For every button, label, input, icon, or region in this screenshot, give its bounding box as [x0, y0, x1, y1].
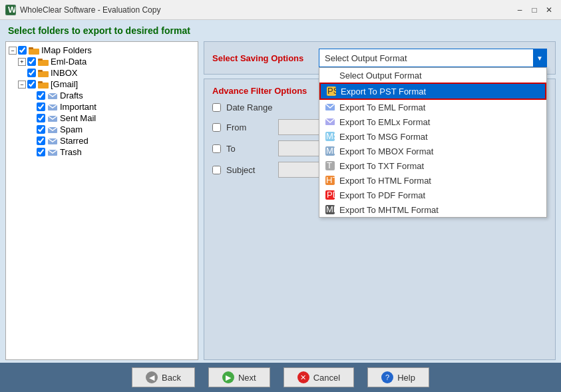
folder-icon-important — [47, 103, 58, 111]
cancel-icon: ✕ — [297, 371, 309, 383]
dropdown-item-msg[interactable]: MSG Export To MSG Format — [319, 129, 546, 144]
tree-label-imap: IMap Folders — [41, 45, 92, 55]
saving-options-row: Select Saving Options Select Output Form… — [212, 49, 547, 67]
svg-rect-3 — [29, 47, 33, 49]
svg-text:MBOX: MBOX — [326, 146, 335, 156]
format-select-button[interactable]: Select Output Format ▼ — [319, 49, 547, 67]
expander-gmail[interactable]: − — [18, 81, 26, 89]
tree-label-inbox: INBOX — [51, 68, 77, 78]
dropdown-label-txt: Export To TXT Format — [339, 161, 424, 171]
item-icon-mhtml: MHT — [325, 204, 335, 215]
titlebar: W WholeClear Software - Evaluation Copy … — [0, 0, 561, 20]
svg-text:PST: PST — [327, 87, 336, 96]
item-icon-eml — [325, 102, 335, 112]
dropdown-item-eml[interactable]: Export To EML Format — [319, 100, 546, 114]
checkbox-gmail[interactable] — [27, 80, 36, 89]
dropdown-item-html[interactable]: HTML Export To HTML Format — [319, 173, 546, 188]
dropdown-item-pdf[interactable]: PDF Export To PDF Format — [319, 188, 546, 202]
format-dropdown: Select Output Format PST Export To PST F… — [319, 67, 547, 218]
svg-rect-2 — [29, 49, 39, 55]
window-controls: – □ ✕ — [513, 3, 556, 17]
checkbox-sent-mail[interactable] — [37, 114, 45, 122]
svg-text:W: W — [8, 5, 15, 15]
checkbox-spam[interactable] — [37, 125, 45, 134]
tree-item-eml-data: + Eml-Data — [9, 56, 195, 67]
bottom-bar: ◀ Back ▶ Next ✕ Cancel ? Help — [0, 363, 561, 392]
main-content: Select folders to export to desired form… — [0, 20, 561, 363]
tree-label-gmail: [Gmail] — [51, 79, 78, 89]
tree-item-drafts: Drafts — [9, 90, 195, 101]
help-button[interactable]: ? Help — [367, 367, 429, 387]
dropdown-arrow-icon: ▼ — [533, 49, 546, 67]
item-icon-pdf: PDF — [325, 190, 335, 200]
folder-icon-gmail — [38, 81, 49, 89]
tree-item-inbox: INBOX — [9, 67, 195, 79]
item-icon-txt: T — [325, 160, 335, 171]
maximize-button[interactable]: □ — [528, 3, 541, 17]
checkbox-to[interactable] — [212, 144, 221, 153]
dropdown-label-placeholder: Select Output Format — [339, 71, 422, 81]
back-icon: ◀ — [146, 371, 158, 383]
dropdown-item-placeholder[interactable]: Select Output Format — [319, 68, 546, 83]
tree-item-gmail: − [Gmail] — [9, 79, 195, 90]
item-icon-mbox: MBOX — [325, 146, 335, 156]
window-title: WholeClear Software - Evaluation Copy — [20, 5, 513, 15]
tree-item-important: Important — [9, 101, 195, 112]
tree-item-starred: Starred — [9, 135, 195, 146]
next-button[interactable]: ▶ Next — [208, 367, 270, 387]
dropdown-label-mhtml: Export To MHTML Format — [339, 205, 439, 215]
tree-label-trash: Trash — [60, 147, 82, 157]
svg-rect-9 — [38, 81, 43, 83]
tree-item-imap: − IMap Folders — [9, 45, 195, 56]
tree-label-spam: Spam — [60, 124, 83, 134]
folder-icon-starred — [47, 137, 58, 145]
next-icon: ▶ — [222, 371, 234, 383]
dropdown-label-eml: Export To EML Format — [339, 102, 425, 112]
back-button[interactable]: ◀ Back — [132, 367, 195, 387]
checkbox-starred[interactable] — [37, 136, 45, 145]
folder-icon-drafts — [47, 92, 58, 100]
dropdown-label-pst: Export To PST Format — [341, 87, 426, 97]
checkbox-subject[interactable] — [212, 166, 221, 174]
format-select-container: Select Output Format ▼ Select Output For… — [319, 49, 547, 67]
checkbox-drafts[interactable] — [37, 91, 45, 100]
checkbox-trash[interactable] — [37, 148, 45, 156]
saving-options-section: Select Saving Options Select Output Form… — [204, 41, 556, 75]
to-label: To — [226, 144, 273, 154]
svg-text:MHT: MHT — [326, 205, 335, 214]
date-range-label: Date Range — [226, 102, 272, 112]
dropdown-item-mhtml[interactable]: MHT Export To MHTML Format — [319, 202, 546, 217]
checkbox-inbox[interactable] — [27, 69, 36, 77]
checkbox-from[interactable] — [212, 123, 221, 132]
dropdown-item-txt[interactable]: T Export To TXT Format — [319, 158, 546, 173]
next-label: Next — [238, 373, 256, 383]
checkbox-imap[interactable] — [18, 46, 27, 55]
tree-label-drafts: Drafts — [60, 91, 83, 100]
svg-rect-4 — [38, 60, 49, 66]
item-icon-msg: MSG — [325, 131, 335, 142]
tree-item-trash: Trash — [9, 146, 195, 158]
folder-icon-inbox — [38, 69, 49, 77]
item-icon-pst: PST — [326, 86, 337, 97]
right-panel: Select Saving Options Select Output Form… — [204, 41, 556, 360]
saving-options-label: Select Saving Options — [212, 53, 312, 63]
dropdown-label-mbox: Export To MBOX Format — [339, 146, 433, 156]
svg-text:PDF: PDF — [327, 190, 335, 200]
checkbox-important[interactable] — [37, 102, 45, 111]
cancel-button[interactable]: ✕ Cancel — [283, 367, 354, 387]
checkbox-date-range[interactable] — [212, 103, 221, 112]
checkbox-eml-data[interactable] — [27, 57, 36, 66]
dropdown-item-emlx[interactable]: Export To EMLx Format — [319, 114, 546, 129]
dropdown-item-mbox[interactable]: MBOX Export To MBOX Format — [319, 144, 546, 158]
content-area: − IMap Folders + Eml-Data — [0, 39, 561, 363]
app-icon: W — [5, 5, 16, 15]
svg-text:HTML: HTML — [326, 176, 335, 185]
tree-label-eml-data: Eml-Data — [51, 57, 87, 67]
folder-icon-trash — [47, 148, 58, 156]
expander-eml-data[interactable]: + — [18, 58, 26, 66]
close-button[interactable]: ✕ — [542, 3, 556, 17]
expander-imap[interactable]: − — [9, 47, 17, 55]
minimize-button[interactable]: – — [513, 3, 526, 17]
dropdown-label-html: Export To HTML Format — [339, 176, 431, 186]
dropdown-item-pst[interactable]: PST Export To PST Format — [319, 83, 546, 100]
